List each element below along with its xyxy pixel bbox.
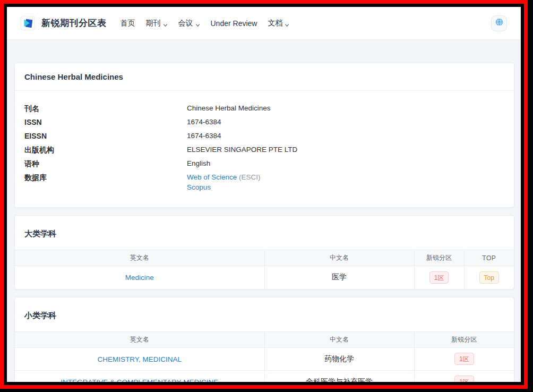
partition-badge: 1区 — [454, 376, 474, 382]
nav-item-journals[interactable]: 期刊 — [141, 14, 173, 32]
major-categories-table: 英文名 中文名 新锐分区 TOP Medicine 医学 1区 Top — [15, 250, 514, 289]
app-logo-icon — [21, 16, 35, 30]
major-categories-title: 大类学科 — [15, 216, 514, 250]
table-row: CHEMISTRY, MEDICINAL 药物化学 1区 — [15, 347, 514, 370]
app-page: 新锐期刊分区表 首页 期刊 会议 Under Review — [7, 7, 521, 382]
database-suffix: (ESCI) — [237, 173, 260, 181]
nav-item-label: 首页 — [121, 19, 135, 28]
brand[interactable]: 新锐期刊分区表 — [21, 16, 107, 30]
col-header-chinese-name: 中文名 — [264, 331, 414, 347]
detail-row-language: 语种 English — [24, 158, 504, 169]
col-header-partition: 新锐分区 — [414, 331, 514, 347]
field-label: 语种 — [24, 158, 187, 169]
app-title: 新锐期刊分区表 — [41, 17, 107, 29]
nav-item-home[interactable]: 首页 — [115, 14, 141, 32]
partition-badge: 1区 — [429, 271, 449, 284]
detail-row-publisher: 出版机构 ELSEVIER SINGAPORE PTE LTD — [24, 144, 504, 155]
detail-row-name: 刊名 Chinese Herbal Medicines — [24, 103, 504, 114]
screenshot-canvas: 新锐期刊分区表 首页 期刊 会议 Under Review — [0, 0, 533, 392]
category-chinese-name: 全科医学与补充医学 — [264, 370, 414, 382]
nav-item-conferences[interactable]: 会议 — [173, 14, 205, 32]
category-link[interactable]: INTEGRATIVE & COMPLEMENTARY MEDICINE — [61, 378, 218, 382]
chevron-down-icon — [195, 21, 200, 25]
annotation-red-frame: 新锐期刊分区表 首页 期刊 会议 Under Review — [0, 0, 528, 389]
col-header-top: TOP — [464, 250, 514, 266]
main-content: Chinese Herbal Medicines 刊名 Chinese Herb… — [7, 40, 521, 382]
category-link[interactable]: Medicine — [125, 274, 154, 282]
top-badge: Top — [479, 271, 499, 284]
detail-row-issn: ISSN 1674-6384 — [24, 117, 504, 127]
nav-item-label: Under Review — [211, 19, 257, 28]
col-header-english-name: 英文名 — [15, 331, 264, 347]
nav-item-label: 文档 — [268, 19, 282, 28]
field-value: Chinese Herbal Medicines — [187, 103, 271, 114]
database-links: Web of Science (ESCI) Scopus — [187, 172, 261, 192]
nav-menu: 首页 期刊 会议 Under Review 文档 — [115, 14, 295, 32]
field-value: 1674-6384 — [187, 117, 221, 127]
nav-item-docs[interactable]: 文档 — [262, 14, 295, 32]
col-header-english-name: 英文名 — [15, 250, 264, 266]
table-row: Medicine 医学 1区 Top — [15, 266, 514, 289]
field-label: ISSN — [24, 117, 187, 127]
minor-categories-card: 小类学科 英文名 中文名 新锐分区 CHEMISTRY, MEDICINAL 药… — [14, 297, 514, 382]
language-switch-button[interactable] — [491, 15, 507, 31]
minor-categories-table: 英文名 中文名 新锐分区 CHEMISTRY, MEDICINAL 药物化学 1… — [15, 331, 514, 382]
category-chinese-name: 医学 — [264, 266, 414, 289]
table-header-row: 英文名 中文名 新锐分区 TOP — [15, 250, 514, 266]
journal-info-card: Chinese Herbal Medicines 刊名 Chinese Herb… — [14, 63, 514, 208]
field-label: 数据库 — [24, 172, 187, 192]
chevron-down-icon — [285, 21, 289, 25]
category-link[interactable]: CHEMISTRY, MEDICINAL — [97, 355, 182, 363]
nav-item-under-review[interactable]: Under Review — [205, 15, 263, 32]
nav-item-label: 期刊 — [146, 19, 161, 28]
partition-badge: 1区 — [454, 353, 474, 365]
web-of-science-link[interactable]: Web of Science — [187, 173, 237, 181]
field-value: 1674-6384 — [187, 131, 221, 141]
navbar: 新锐期刊分区表 首页 期刊 会议 Under Review — [7, 7, 521, 40]
col-header-chinese-name: 中文名 — [264, 250, 414, 266]
journal-card-header: Chinese Herbal Medicines — [15, 63, 514, 91]
col-header-partition: 新锐分区 — [414, 250, 464, 266]
globe-icon — [495, 18, 504, 29]
scopus-link[interactable]: Scopus — [187, 183, 211, 191]
field-label: EISSN — [24, 131, 187, 141]
table-row: INTEGRATIVE & COMPLEMENTARY MEDICINE 全科医… — [15, 370, 514, 382]
table-header-row: 英文名 中文名 新锐分区 — [15, 331, 514, 347]
major-categories-card: 大类学科 英文名 中文名 新锐分区 TOP Medicine 医学 1区 Top — [14, 215, 514, 289]
journal-detail-body: 刊名 Chinese Herbal Medicines ISSN 1674-63… — [15, 91, 514, 207]
chevron-down-icon — [163, 21, 168, 25]
field-value: ELSEVIER SINGAPORE PTE LTD — [187, 144, 297, 155]
journal-title: Chinese Herbal Medicines — [24, 72, 123, 81]
field-value: English — [187, 158, 210, 169]
category-chinese-name: 药物化学 — [264, 347, 414, 370]
nav-item-label: 会议 — [178, 19, 193, 28]
field-label: 刊名 — [24, 103, 187, 114]
minor-categories-title: 小类学科 — [15, 297, 514, 331]
detail-row-database: 数据库 Web of Science (ESCI) Scopus — [24, 172, 504, 192]
field-label: 出版机构 — [24, 144, 187, 155]
detail-row-eissn: EISSN 1674-6384 — [24, 131, 504, 141]
